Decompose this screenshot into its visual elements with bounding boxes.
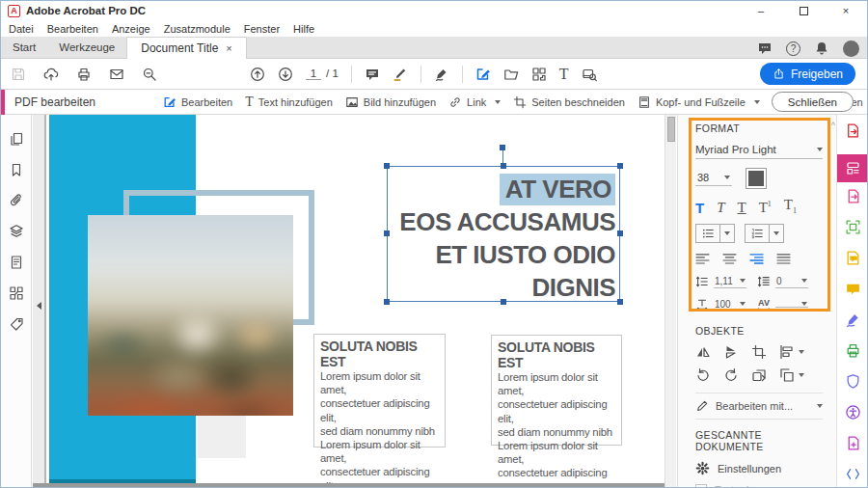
horizontal-scale-select[interactable]: 100 <box>714 299 746 312</box>
text-column-1[interactable]: SOLUTA NOBIS EST Lorem ipsum dolor sit a… <box>313 334 446 447</box>
font-family-select[interactable]: Myriad Pro Light <box>695 144 823 159</box>
edit-pdf-tool-icon[interactable] <box>475 67 491 82</box>
add-image-button[interactable]: Bild hinzufügen <box>345 95 436 109</box>
align-justify-button[interactable] <box>776 253 791 265</box>
edit-with-button[interactable]: Bearbeiten mit... <box>695 393 823 420</box>
create-pdf-icon[interactable] <box>845 435 861 451</box>
font-size-select[interactable]: 38 <box>695 172 732 186</box>
tags-icon[interactable] <box>9 316 24 332</box>
menu-bearbeiten[interactable]: Bearbeiten <box>47 23 98 35</box>
comment-icon[interactable] <box>365 67 380 82</box>
paragraph-spacing-select[interactable]: 0 <box>775 276 808 288</box>
numbered-list-button[interactable] <box>746 225 769 242</box>
open-folder-icon[interactable] <box>503 67 519 82</box>
edit-mode-button[interactable]: Bearbeiten <box>163 95 232 109</box>
bold-button[interactable]: T <box>695 201 704 215</box>
selection-handle[interactable] <box>617 163 623 169</box>
next-page-icon[interactable] <box>278 67 293 82</box>
search-zoom-icon[interactable] <box>142 67 157 82</box>
layers-icon[interactable] <box>9 224 24 239</box>
minimize-button[interactable]: – <box>740 1 782 20</box>
feedback-icon[interactable] <box>757 41 773 56</box>
italic-button[interactable]: T <box>717 201 724 215</box>
organize-pages-icon[interactable] <box>531 67 547 82</box>
tab-document[interactable]: Document Title × <box>126 37 246 59</box>
menu-anzeige[interactable]: Anzeige <box>112 23 150 35</box>
align-objects-button[interactable] <box>779 344 804 360</box>
add-text-tool-icon[interactable]: T <box>559 67 569 82</box>
superscript-button[interactable]: T1 <box>759 201 772 215</box>
text-column-2[interactable]: SOLUTA NOBIS EST Lorem ipsum dolor sit a… <box>491 335 622 446</box>
menu-fenster[interactable]: Fenster <box>244 23 280 35</box>
scan-settings-button[interactable]: Einstellungen <box>695 461 823 475</box>
panel-scroll-up-icon[interactable]: ^ <box>831 121 835 130</box>
collapse-left-pane-icon[interactable] <box>37 302 41 310</box>
tab-start[interactable]: Start <box>1 37 47 58</box>
selection-handle[interactable] <box>617 299 623 305</box>
flip-vertical-icon[interactable] <box>723 344 739 360</box>
email-icon[interactable] <box>109 67 124 82</box>
selection-handle[interactable] <box>501 163 506 169</box>
align-right-button[interactable] <box>749 253 764 265</box>
selection-handle[interactable] <box>617 230 623 236</box>
tab-werkzeuge[interactable]: Werkzeuge <box>47 37 126 58</box>
menu-hilfe[interactable]: Hilfe <box>293 23 314 35</box>
selection-handle[interactable] <box>384 163 390 169</box>
enhance-scans-icon[interactable] <box>845 219 861 235</box>
protect-shield-icon[interactable] <box>845 373 861 390</box>
close-button[interactable]: × <box>825 1 867 20</box>
export-pdf-icon[interactable] <box>845 122 861 139</box>
rotate-right-icon[interactable] <box>723 367 739 383</box>
document-heading[interactable]: AT VERO EOS ACCUSAMUS ET IUSTO ODIO DIGN… <box>390 173 615 304</box>
rotate-left-icon[interactable] <box>695 367 711 383</box>
align-center-button[interactable] <box>722 253 737 265</box>
bullet-list-button[interactable] <box>696 225 719 242</box>
selection-rotation-handle[interactable] <box>500 145 505 150</box>
recognize-text-checkbox[interactable] <box>695 484 707 488</box>
bookmarks-icon[interactable] <box>9 162 24 177</box>
edit-pdf-active-tool[interactable] <box>837 154 868 182</box>
kerning-select[interactable] <box>775 302 808 308</box>
tab-close-icon[interactable]: × <box>226 42 231 54</box>
destinations-grid-icon[interactable] <box>9 285 24 301</box>
attachments-paperclip-icon[interactable] <box>9 193 24 208</box>
share-button[interactable]: Freigeben <box>760 63 855 85</box>
javascript-brackets-icon[interactable] <box>845 466 861 482</box>
cloud-upload-icon[interactable] <box>43 67 59 82</box>
previous-page-icon[interactable] <box>250 67 265 82</box>
bullet-list-options[interactable] <box>719 225 734 242</box>
photo-image[interactable] <box>88 215 293 416</box>
line-spacing-select[interactable]: 1,11 <box>714 276 746 288</box>
flip-horizontal-icon[interactable] <box>695 344 711 360</box>
link-button[interactable]: Link <box>448 95 501 109</box>
accessibility-icon[interactable] <box>845 404 861 420</box>
print-icon[interactable] <box>76 67 92 82</box>
font-color-swatch[interactable] <box>746 168 767 189</box>
highlighter-icon[interactable] <box>393 67 408 82</box>
crop-pages-button[interactable]: Seiten beschneiden <box>513 95 625 109</box>
numbered-list-options[interactable] <box>769 225 783 242</box>
request-comments-icon[interactable] <box>845 250 861 266</box>
crop-object-icon[interactable] <box>751 344 767 360</box>
user-avatar[interactable] <box>843 41 859 57</box>
subscript-button[interactable]: T1 <box>784 198 797 215</box>
content-page-icon[interactable] <box>9 255 24 270</box>
arrange-objects-button[interactable] <box>779 367 804 383</box>
underline-button[interactable]: T <box>738 201 746 215</box>
vertical-scrollbar[interactable] <box>665 115 676 487</box>
fill-sign-icon[interactable] <box>845 312 861 328</box>
align-left-button[interactable] <box>695 253 710 265</box>
page-number-input[interactable]: 1 <box>306 68 321 80</box>
export-share-icon[interactable] <box>845 188 861 204</box>
comment-tool-icon[interactable] <box>845 281 861 297</box>
menu-zusatzmodule[interactable]: Zusatzmodule <box>164 23 231 35</box>
menu-datei[interactable]: Datei <box>9 23 34 35</box>
maximize-button[interactable] <box>782 1 825 20</box>
replace-image-icon[interactable] <box>751 367 767 383</box>
add-text-button[interactable]: T Text hinzufügen <box>245 95 333 109</box>
scrollbar-thumb[interactable] <box>667 117 675 142</box>
notifications-bell-icon[interactable] <box>814 41 829 56</box>
redact-search-icon[interactable] <box>582 67 597 82</box>
page-thumbnails-icon[interactable] <box>9 131 24 147</box>
save-icon[interactable] <box>11 67 26 82</box>
